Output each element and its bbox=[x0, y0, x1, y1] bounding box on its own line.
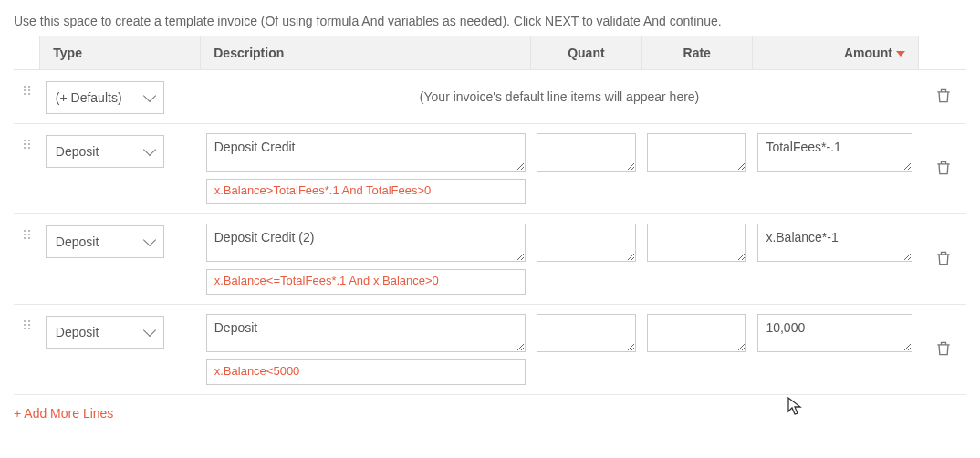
mouse-cursor-icon bbox=[787, 396, 803, 416]
table-row: Deposit bbox=[14, 214, 966, 305]
type-select-label: (+ Defaults) bbox=[56, 90, 145, 105]
quant-input[interactable] bbox=[537, 224, 636, 262]
add-more-lines-button[interactable]: + Add More Lines bbox=[14, 406, 113, 421]
header-delete bbox=[918, 36, 966, 70]
amount-input[interactable] bbox=[757, 314, 912, 352]
type-select[interactable]: Deposit bbox=[46, 225, 164, 258]
sort-desc-icon bbox=[896, 51, 905, 57]
condition-input[interactable] bbox=[206, 359, 526, 385]
description-input[interactable] bbox=[206, 224, 526, 262]
chevron-down-icon bbox=[143, 143, 156, 156]
header-handle bbox=[14, 36, 40, 70]
type-select-label: Deposit bbox=[56, 234, 145, 249]
header-description[interactable]: Description bbox=[201, 36, 531, 70]
rate-input[interactable] bbox=[647, 224, 746, 262]
invoice-template-table: Type Description Quant Rate Amount (+ De… bbox=[14, 36, 966, 395]
amount-input[interactable] bbox=[757, 133, 912, 172]
drag-handle-icon[interactable] bbox=[14, 70, 40, 124]
quant-input[interactable] bbox=[537, 133, 636, 172]
chevron-down-icon bbox=[143, 324, 156, 337]
delete-row-button[interactable] bbox=[934, 248, 951, 266]
type-select-label: Deposit bbox=[56, 144, 145, 159]
condition-input[interactable] bbox=[206, 179, 526, 204]
type-select[interactable]: Deposit bbox=[46, 135, 164, 168]
delete-row-button[interactable] bbox=[934, 338, 951, 357]
trash-icon bbox=[934, 86, 953, 106]
chevron-down-icon bbox=[143, 234, 156, 246]
type-select-defaults[interactable]: (+ Defaults) bbox=[46, 81, 164, 114]
header-quant[interactable]: Quant bbox=[531, 36, 641, 70]
table-row-defaults: (+ Defaults) (Your invoice's default lin… bbox=[14, 70, 966, 124]
delete-row-button[interactable] bbox=[934, 86, 951, 104]
delete-row-button[interactable] bbox=[934, 158, 951, 176]
header-type[interactable]: Type bbox=[40, 36, 201, 70]
table-row: Deposit bbox=[14, 124, 966, 214]
rate-input[interactable] bbox=[647, 314, 746, 352]
type-select[interactable]: Deposit bbox=[46, 316, 164, 349]
header-rate[interactable]: Rate bbox=[641, 36, 752, 70]
chevron-down-icon bbox=[143, 89, 156, 102]
drag-handle-icon[interactable] bbox=[14, 214, 40, 305]
header-amount[interactable]: Amount bbox=[752, 36, 918, 70]
condition-input[interactable] bbox=[206, 269, 526, 295]
instructions-text: Use this space to create a template invo… bbox=[14, 14, 966, 28]
trash-icon bbox=[934, 338, 953, 359]
type-select-label: Deposit bbox=[56, 325, 145, 339]
drag-handle-icon[interactable] bbox=[14, 124, 40, 214]
rate-input[interactable] bbox=[647, 133, 746, 172]
trash-icon bbox=[934, 158, 953, 178]
description-input[interactable] bbox=[206, 133, 526, 172]
defaults-placeholder-text: (Your invoice's default line items will … bbox=[206, 84, 913, 109]
trash-icon bbox=[934, 248, 953, 268]
description-input[interactable] bbox=[206, 314, 526, 352]
quant-input[interactable] bbox=[537, 314, 636, 352]
table-row: Deposit bbox=[14, 305, 966, 395]
amount-input[interactable] bbox=[757, 224, 912, 262]
drag-handle-icon[interactable] bbox=[14, 305, 40, 395]
